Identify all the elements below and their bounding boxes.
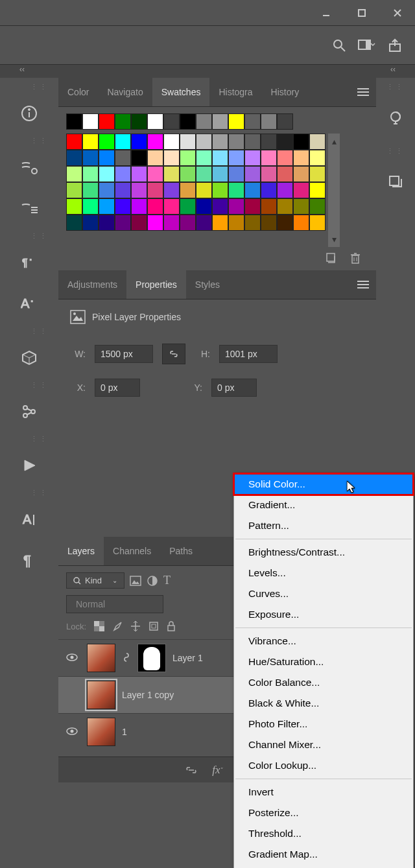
- swatch[interactable]: [115, 166, 131, 182]
- chevron-left-icon[interactable]: ‹‹: [390, 65, 396, 78]
- swatch[interactable]: [212, 215, 228, 231]
- y-field[interactable]: 0 px: [211, 379, 257, 397]
- swatch[interactable]: [244, 215, 261, 231]
- swatch[interactable]: [277, 198, 293, 215]
- width-field[interactable]: 1500 px: [95, 345, 153, 363]
- swatch[interactable]: [99, 113, 115, 130]
- swatch[interactable]: [309, 198, 326, 215]
- swatch[interactable]: [131, 134, 147, 150]
- close-button[interactable]: [379, 0, 415, 26]
- swatch[interactable]: [196, 113, 212, 130]
- swatch[interactable]: [163, 182, 180, 198]
- menu-item[interactable]: Brightness/Contrast...: [234, 542, 413, 563]
- menu-item[interactable]: Solid Color...: [233, 473, 414, 496]
- swatch[interactable]: [82, 198, 99, 215]
- swatch[interactable]: [163, 198, 180, 215]
- swatch[interactable]: [66, 215, 82, 231]
- swatch[interactable]: [66, 198, 82, 215]
- swatch[interactable]: [244, 198, 261, 215]
- layer-thumbnail[interactable]: [87, 718, 115, 746]
- swatch[interactable]: [212, 182, 228, 198]
- character-styles-icon[interactable]: A▪: [12, 285, 46, 323]
- blend-mode-select[interactable]: Normal: [66, 595, 163, 613]
- brush-presets-icon[interactable]: [12, 148, 46, 187]
- link-layers-icon[interactable]: [185, 766, 198, 775]
- drag-dots-icon[interactable]: ⋮⋮: [30, 327, 49, 336]
- swatch[interactable]: [99, 150, 115, 166]
- swatch[interactable]: [277, 134, 293, 150]
- drag-dots-icon[interactable]: ⋮⋮: [30, 232, 49, 240]
- glyphs-icon[interactable]: A: [12, 500, 46, 539]
- libraries-icon[interactable]: [388, 175, 403, 189]
- menu-item[interactable]: Posterize...: [234, 803, 413, 823]
- swatch[interactable]: [196, 198, 212, 215]
- tab-navigator[interactable]: Navigato: [98, 78, 152, 106]
- swatch[interactable]: [131, 113, 147, 130]
- swatch[interactable]: [293, 182, 309, 198]
- trash-icon[interactable]: [350, 252, 361, 264]
- swatch[interactable]: [261, 150, 277, 166]
- drag-dots-icon[interactable]: ⋮⋮: [386, 83, 405, 91]
- swatch[interactable]: [244, 182, 261, 198]
- 3d-icon[interactable]: [12, 338, 46, 377]
- swatch[interactable]: [180, 215, 196, 231]
- tab-history[interactable]: History: [262, 78, 309, 106]
- lock-artboard-icon[interactable]: [148, 621, 159, 631]
- swatch[interactable]: [228, 215, 244, 231]
- layer-effects-icon[interactable]: fx˅: [212, 764, 223, 777]
- swatch[interactable]: [212, 198, 228, 215]
- swatch[interactable]: [228, 150, 244, 166]
- swatch[interactable]: [309, 182, 326, 198]
- tab-histogram[interactable]: Histogra: [209, 78, 261, 106]
- menu-item[interactable]: Levels...: [234, 563, 413, 583]
- swatch[interactable]: [196, 134, 212, 150]
- swatch[interactable]: [180, 113, 196, 130]
- swatch[interactable]: [180, 166, 196, 182]
- lock-all-icon[interactable]: [167, 621, 176, 631]
- menu-item[interactable]: Channel Mixer...: [234, 734, 413, 755]
- swatch[interactable]: [196, 215, 212, 231]
- swatch[interactable]: [131, 182, 147, 198]
- drag-dots-icon[interactable]: ⋮⋮: [30, 83, 49, 91]
- drag-dots-icon[interactable]: ⋮⋮: [386, 147, 405, 156]
- swatch[interactable]: [147, 215, 163, 231]
- menu-item[interactable]: Black & White...: [234, 693, 413, 714]
- swatch[interactable]: [82, 134, 99, 150]
- swatch[interactable]: [244, 134, 261, 150]
- swatch[interactable]: [115, 215, 131, 231]
- swatch[interactable]: [228, 166, 244, 182]
- tab-color[interactable]: Color: [58, 78, 98, 106]
- swatch[interactable]: [277, 215, 293, 231]
- tab-properties[interactable]: Properties: [126, 270, 186, 299]
- menu-item[interactable]: Gradient...: [234, 495, 413, 515]
- chevron-down-icon[interactable]: ▾: [332, 234, 337, 244]
- swatch[interactable]: [261, 113, 277, 130]
- layer-thumbnail[interactable]: [87, 644, 115, 672]
- swatch[interactable]: [99, 198, 115, 215]
- tab-layers[interactable]: Layers: [58, 537, 104, 565]
- minimize-button[interactable]: [308, 0, 344, 26]
- height-field[interactable]: 1001 px: [219, 345, 278, 363]
- tab-swatches[interactable]: Swatches: [152, 78, 210, 106]
- swatch[interactable]: [66, 113, 82, 130]
- swatch[interactable]: [293, 150, 309, 166]
- swatch[interactable]: [196, 182, 212, 198]
- swatch-scrollbar[interactable]: ▴ ▾: [328, 134, 340, 247]
- layer-name[interactable]: Layer 1: [172, 653, 203, 663]
- swatch[interactable]: [212, 166, 228, 182]
- swatch[interactable]: [163, 150, 180, 166]
- swatch[interactable]: [293, 198, 309, 215]
- drag-dots-icon[interactable]: ⋮⋮: [30, 137, 49, 145]
- swatch[interactable]: [163, 215, 180, 231]
- swatch[interactable]: [82, 113, 99, 130]
- swatch[interactable]: [147, 198, 163, 215]
- swatch[interactable]: [212, 113, 228, 130]
- tab-adjustments[interactable]: Adjustments: [58, 270, 126, 299]
- tab-styles[interactable]: Styles: [186, 270, 229, 299]
- swatch[interactable]: [115, 113, 131, 130]
- swatch[interactable]: [309, 166, 326, 182]
- swatch[interactable]: [309, 134, 326, 150]
- menu-item[interactable]: Invert: [234, 782, 413, 803]
- menu-item[interactable]: Exposure...: [234, 604, 413, 625]
- learn-icon[interactable]: [388, 111, 403, 129]
